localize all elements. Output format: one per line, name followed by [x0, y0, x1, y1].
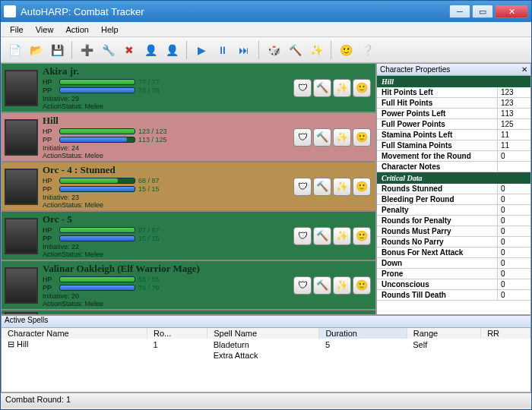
col-range[interactable]: Range [407, 328, 480, 339]
property-row[interactable]: Rounds No Parry0 [377, 237, 530, 248]
pp-bar [59, 186, 135, 192]
property-row[interactable]: Hit Points Left123 [377, 87, 530, 98]
spell-row[interactable]: Extra Attack [2, 350, 530, 361]
property-key: Penalty [377, 205, 497, 215]
property-row[interactable]: Power Points Left113 [377, 109, 530, 119]
shield-icon[interactable]: 🛡 [293, 79, 312, 97]
property-row[interactable]: Rounds Must Parry0 [377, 226, 530, 237]
menu-help[interactable]: Help [95, 24, 125, 36]
hammer-icon[interactable]: 🔨 [313, 227, 331, 245]
property-row[interactable]: Character Notes [377, 162, 530, 172]
hp-value: 123 / 123 [138, 128, 167, 135]
section-name: Hill [377, 76, 530, 87]
property-row[interactable]: Unconscious0 [377, 279, 530, 290]
smiley-icon[interactable]: 🙂 [353, 227, 371, 245]
wand-icon[interactable]: ✨ [333, 178, 351, 196]
hammer-icon[interactable]: 🔨 [313, 128, 331, 147]
wand-icon[interactable]: ✨ [333, 276, 351, 295]
property-row[interactable]: Bonus For Next Attack0 [377, 248, 530, 258]
property-row[interactable]: Movement for the Round0 [377, 151, 530, 162]
property-row[interactable]: Prone0 [377, 269, 530, 279]
combatant-list[interactable]: Akira jr.HP77 / 77PP78 / 78Initiative: 2… [1, 63, 376, 315]
wand-icon[interactable]: ✨ [333, 128, 351, 147]
hammer-icon[interactable]: 🔨 [313, 178, 331, 196]
wand-button[interactable]: ✨ [307, 41, 325, 59]
wand-icon[interactable]: ✨ [333, 227, 351, 245]
hp-label: HP [43, 276, 56, 283]
property-row[interactable]: Down0 [377, 258, 530, 269]
property-row[interactable]: Rounds Till Death0 [377, 290, 530, 301]
col-spell[interactable]: Spell Name [207, 328, 319, 339]
property-row[interactable]: Full Hit Points123 [377, 98, 530, 109]
initiative-text: Initiative: 29 [43, 95, 293, 102]
step-button[interactable]: ⏭ [235, 41, 253, 59]
hammer-icon[interactable]: 🔨 [313, 276, 331, 295]
shield-icon[interactable]: 🛡 [293, 178, 312, 196]
property-row[interactable]: Penalty0 [377, 205, 530, 216]
combatant-card[interactable]: Orc - 5HP87 / 87PP15 / 15Initiative: 22A… [2, 212, 375, 261]
maximize-button[interactable]: ▭ [472, 5, 493, 18]
menu-file[interactable]: File [4, 24, 30, 36]
edit-combatant-button[interactable]: 🔧 [99, 41, 117, 59]
shield-icon[interactable]: 🛡 [293, 128, 312, 147]
property-value: 0 [497, 279, 530, 289]
add-user-button[interactable]: 👤 [141, 41, 160, 59]
remove-user-button[interactable]: 👤 [163, 41, 181, 59]
portrait [5, 267, 38, 304]
smiley-icon[interactable]: 🙂 [353, 178, 371, 196]
property-row[interactable]: Rounds Stunned0 [377, 184, 530, 194]
active-spells-panel: Active Spells Character Name Ro... Spell… [1, 315, 531, 393]
combatant-card[interactable]: Orc - 4 : StunnedHP68 / 87PP15 / 15Initi… [2, 162, 375, 212]
property-row[interactable]: Full Stamina Points11 [377, 140, 530, 151]
close-button[interactable]: ✕ [495, 5, 528, 18]
property-key: Prone [377, 269, 497, 279]
properties-close-icon[interactable]: ✕ [521, 65, 527, 74]
menu-view[interactable]: View [30, 24, 60, 36]
actionstatus-text: ActionStatus: Melee [43, 102, 293, 110]
combatant-card[interactable]: HillHP123 / 123PP113 / 125Initiative: 24… [2, 113, 375, 162]
open-button[interactable]: 📂 [27, 41, 45, 59]
smiley-icon[interactable]: 🙂 [353, 79, 371, 97]
property-value: 0 [497, 151, 530, 161]
active-spells-table[interactable]: Character Name Ro... Spell Name Duration… [2, 328, 530, 392]
property-row[interactable]: Rounds for Penalty0 [377, 216, 530, 226]
pause-button[interactable]: ⏸ [214, 41, 232, 59]
combatant-card[interactable]: Valinar Oakleigh (Elf Warrior Mage)HP55 … [2, 261, 375, 311]
smiley-button[interactable]: 🙂 [337, 41, 355, 59]
property-row[interactable]: Full Power Points125 [377, 119, 530, 130]
menu-action[interactable]: Action [59, 24, 95, 36]
wand-icon[interactable]: ✨ [333, 79, 351, 97]
hammer-button[interactable]: 🔨 [286, 41, 304, 59]
pp-label: PP [43, 136, 56, 144]
save-button[interactable]: 💾 [48, 41, 66, 59]
hp-bar [59, 178, 135, 184]
shield-icon[interactable]: 🛡 [293, 227, 312, 245]
hammer-icon[interactable]: 🔨 [313, 79, 331, 97]
property-row[interactable]: Stamina Points Left11 [377, 130, 530, 140]
pp-label: PP [43, 235, 56, 242]
help-button[interactable]: ❔ [358, 41, 376, 59]
new-button[interactable]: 📄 [5, 41, 24, 59]
initiative-text: Initiative: 24 [43, 144, 293, 152]
property-row[interactable]: Bleeding Per Round0 [377, 194, 530, 205]
hp-label: HP [43, 177, 56, 184]
dice-button[interactable]: 🎲 [264, 41, 283, 59]
col-character[interactable]: Character Name [2, 328, 147, 339]
play-button[interactable]: ▶ [192, 41, 211, 59]
combatant-name: Hill [43, 115, 293, 127]
smiley-icon[interactable]: 🙂 [353, 276, 371, 295]
remove-combatant-button[interactable]: ✖ [120, 41, 138, 59]
combatant-card[interactable]: HatleeHP105 / 105PP🛡🔨✨🙂 [2, 311, 375, 315]
col-round[interactable]: Ro... [147, 328, 207, 339]
add-combatant-button[interactable]: ➕ [78, 41, 96, 59]
cell-char: ⊟ Hill [2, 339, 147, 350]
smiley-icon[interactable]: 🙂 [353, 128, 371, 147]
spell-row[interactable]: ⊟ Hill1Bladeturn5Self [2, 339, 530, 350]
combatant-card[interactable]: Akira jr.HP77 / 77PP78 / 78Initiative: 2… [2, 64, 375, 113]
minimize-button[interactable]: ─ [449, 5, 470, 18]
hp-bar [59, 79, 135, 85]
col-rr[interactable]: RR [481, 328, 530, 339]
shield-icon[interactable]: 🛡 [293, 276, 312, 295]
col-duration[interactable]: Duration [319, 328, 407, 339]
app-icon [4, 5, 16, 17]
